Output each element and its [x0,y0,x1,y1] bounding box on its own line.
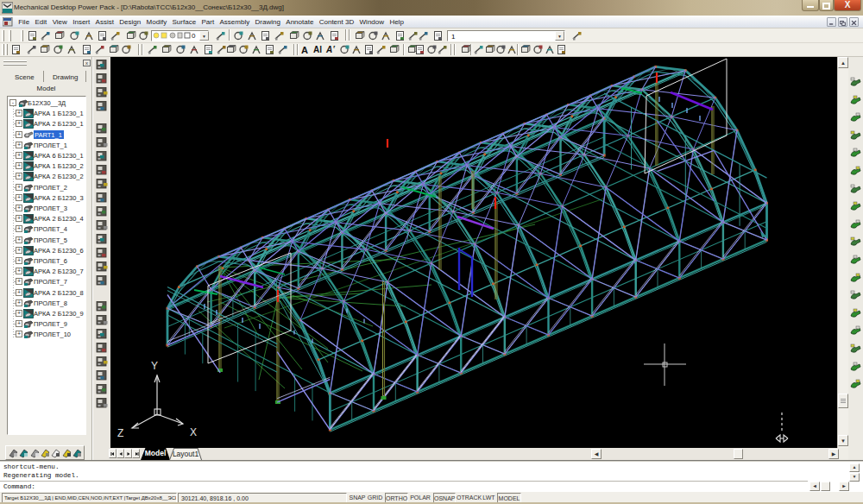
svg-text:Z: Z [117,427,123,439]
svg-text:X: X [190,426,197,438]
svg-text:Y: Y [151,360,158,372]
